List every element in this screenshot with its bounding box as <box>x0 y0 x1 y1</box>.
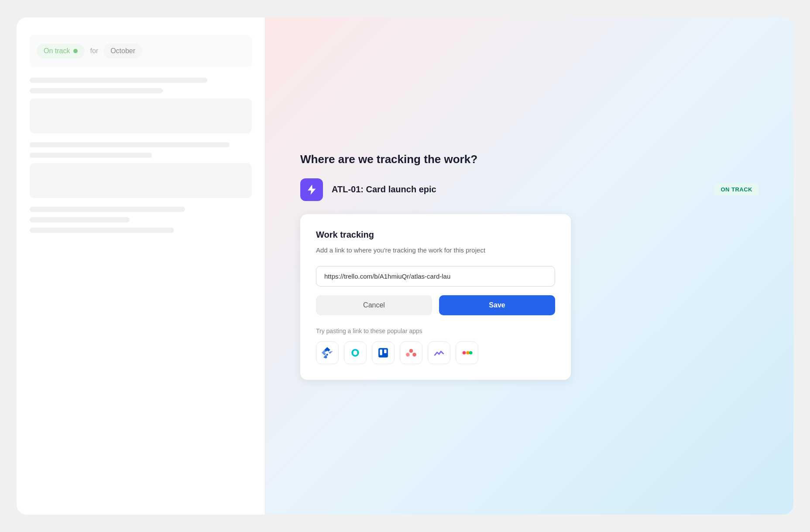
asana-app-icon[interactable] <box>400 341 422 364</box>
skeleton-line-7 <box>30 228 174 233</box>
skeleton-line-6 <box>30 217 130 222</box>
skeleton-line-4 <box>30 153 152 158</box>
svg-point-6 <box>463 351 466 355</box>
left-panel: On track for October <box>17 17 265 515</box>
epic-name: ATL-01: Card launch epic <box>332 184 706 194</box>
skeleton-line-2 <box>30 88 163 93</box>
svg-rect-2 <box>384 349 386 353</box>
trello-app-icon[interactable] <box>372 341 395 364</box>
main-card: On track for October Where are we tracki… <box>17 17 793 515</box>
on-track-dot <box>73 49 78 53</box>
svg-point-4 <box>406 353 410 357</box>
save-button[interactable]: Save <box>439 295 555 315</box>
svg-point-8 <box>469 351 473 355</box>
popular-apps-label: Try pasting a link to these popular apps <box>316 327 555 334</box>
svg-point-5 <box>412 353 416 357</box>
apps-row <box>316 341 555 364</box>
october-badge[interactable]: October <box>103 44 142 58</box>
right-panel: Where are we tracking the work? ATL-01: … <box>265 17 793 515</box>
skeleton-line-5 <box>30 207 185 212</box>
cancel-button[interactable]: Cancel <box>316 295 432 315</box>
monday-app-icon[interactable] <box>456 341 478 364</box>
lightning-icon <box>305 184 318 196</box>
skeleton-block-1 <box>30 99 252 133</box>
on-track-badge[interactable]: On track <box>37 44 85 58</box>
skeleton-line-1 <box>30 78 207 83</box>
svg-point-3 <box>409 349 413 353</box>
tracking-card: Work tracking Add a link to where you're… <box>300 214 571 380</box>
pivotal-app-icon[interactable] <box>344 341 367 364</box>
svg-rect-1 <box>380 349 382 355</box>
epic-row: ATL-01: Card launch epic ON TRACK <box>300 178 759 201</box>
svg-point-7 <box>466 351 470 355</box>
section-title: Where are we tracking the work? <box>300 153 759 166</box>
url-input[interactable] <box>316 266 555 286</box>
button-row: Cancel Save <box>316 295 555 315</box>
epic-icon <box>300 178 323 201</box>
skeleton-line-3 <box>30 142 230 147</box>
card-title: Work tracking <box>316 230 555 240</box>
clickup-app-icon[interactable] <box>428 341 450 364</box>
skeleton-block-2 <box>30 163 252 198</box>
for-text: for <box>90 47 98 55</box>
card-description: Add a link to where you're tracking the … <box>316 245 555 256</box>
jira-app-icon[interactable] <box>316 341 339 364</box>
status-row: On track for October <box>30 35 252 67</box>
epic-status-badge: ON TRACK <box>714 184 759 195</box>
on-track-label: On track <box>44 47 70 55</box>
